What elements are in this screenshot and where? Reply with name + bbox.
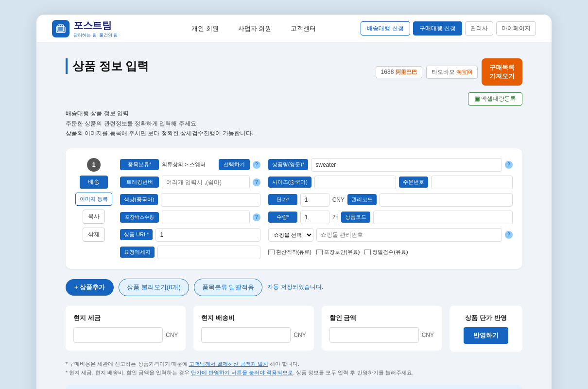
bottom-btn-row: + 상품추가 상품 불러오기(0개) 품목분류 일괄적용 자동 저장되었습니다. bbox=[66, 279, 522, 296]
discount-title: 할인 금액 bbox=[329, 314, 434, 322]
copy-button[interactable]: 복사 bbox=[83, 210, 105, 224]
add-product-button[interactable]: + 상품추가 bbox=[66, 279, 114, 296]
qty-row: 수량* 개 상품코드 bbox=[268, 211, 513, 224]
fee-note-1-link[interactable]: 고객님께서 결제하신 금액과 일치 bbox=[189, 361, 268, 367]
link-taobao[interactable]: 타오바오 淘宝网 bbox=[426, 66, 478, 79]
order-num-input[interactable] bbox=[431, 176, 513, 189]
tracking-label: 트래킹번버 bbox=[120, 177, 159, 188]
discount-input[interactable] bbox=[329, 327, 419, 343]
page-title-block: 상품 정보 입력 bbox=[66, 58, 149, 74]
logo-title: 포스트팀 bbox=[73, 19, 118, 32]
message-label: 요청메세지 bbox=[120, 247, 155, 258]
platform-links-row: 1688 阿里巴巴 타오바오 淘宝网 구매목록가져오기 bbox=[376, 58, 522, 86]
mypage-button[interactable]: 마이페이지 bbox=[496, 21, 536, 35]
reflect-card: 상품 단가 반영 반영하기 bbox=[450, 306, 522, 352]
side-links: 1688 阿里巴巴 타오바오 淘宝网 구매목록가져오기 ▣ 엑셀대량등록 bbox=[376, 58, 522, 106]
page-description: 배송대행 상품 정보 입력 주문한 상품의 관련정보를 정확하게 입력해 주세요… bbox=[66, 108, 522, 138]
check3-checkbox[interactable] bbox=[364, 249, 371, 255]
import-list-button[interactable]: 상품 불러오기(0개) bbox=[119, 279, 189, 296]
packaging-input[interactable] bbox=[162, 211, 250, 224]
delivery-button[interactable]: 배송 bbox=[80, 176, 108, 189]
product-name-input[interactable] bbox=[311, 158, 502, 172]
logo-area: 포스트팀 관리하는 팀, 물건의 팀 bbox=[52, 19, 118, 38]
header-buttons: 배송대행 신청 구매대행 신청 관리사 마이페이지 bbox=[361, 21, 536, 35]
shopping-row: 쇼핑몰 선택 ? bbox=[268, 228, 513, 242]
purchase-apply-button[interactable]: 구매대행 신청 bbox=[413, 21, 462, 35]
manage-button[interactable]: 관리사 bbox=[465, 21, 493, 35]
barcode-input[interactable] bbox=[373, 211, 513, 224]
item-number: 1 bbox=[87, 158, 101, 172]
size-label: 사이즈(중국어) bbox=[268, 177, 311, 188]
delete-button[interactable]: 삭제 bbox=[83, 228, 105, 242]
category-row: 품목분류* 의류상의 > 스웨터 선택하기 ? bbox=[120, 158, 260, 172]
local-shipping-input[interactable] bbox=[201, 327, 291, 343]
check2-label[interactable]: 포장보안(유료) bbox=[316, 248, 360, 256]
packaging-help-icon[interactable]: ? bbox=[253, 213, 260, 221]
logo-text-block: 포스트팀 관리하는 팀, 물건의 팀 bbox=[73, 19, 118, 38]
packaging-label: 포장박스수량 bbox=[120, 212, 159, 223]
auto-save-text: 자동 저장되었습니다. bbox=[267, 283, 323, 291]
local-shipping-unit: CNY bbox=[294, 332, 306, 338]
packaging-row: 포장박스수량 ? bbox=[120, 211, 260, 224]
coupon-input[interactable] bbox=[380, 193, 513, 207]
delivery-apply-button[interactable]: 배송대행 신청 bbox=[361, 21, 410, 35]
qty-input[interactable] bbox=[300, 211, 329, 224]
local-tax-input-row: CNY bbox=[73, 327, 178, 343]
reflect-button[interactable]: 반영하기 bbox=[464, 327, 508, 344]
discount-unit: CNY bbox=[422, 332, 434, 338]
size-row: 사이즈(중국어) 주문번호 bbox=[268, 176, 513, 189]
url-input[interactable] bbox=[156, 228, 260, 242]
shopping-manage-input[interactable] bbox=[316, 228, 502, 242]
tracking-help-icon[interactable]: ? bbox=[253, 178, 260, 186]
nav-support[interactable]: 고객센터 bbox=[291, 24, 316, 33]
header: 포스트팀 관리하는 팀, 물건의 팀 개인 회원 사업자 회원 고객센터 배송대… bbox=[36, 15, 552, 43]
local-tax-title: 현지 세금 bbox=[73, 314, 178, 322]
logo-icon bbox=[52, 20, 69, 37]
nav-individual[interactable]: 개인 회원 bbox=[191, 24, 219, 33]
product-name-help-icon[interactable]: ? bbox=[505, 161, 513, 169]
order-num-label: 주문번호 bbox=[399, 177, 428, 188]
customs-row: 목록통관으로 진행됩니다. 통관내 총 상품금액 : ¥1.00 부가서비스 및… bbox=[66, 385, 522, 389]
check1-checkbox[interactable] bbox=[268, 249, 275, 255]
page-title-row: 상품 정보 입력 1688 阿里巴巴 타오바오 淘宝网 구매목록가져오기 bbox=[66, 58, 522, 106]
product-name-label: 상품명(영문)* bbox=[268, 159, 309, 170]
unit-price-input[interactable] bbox=[300, 193, 329, 207]
local-shipping-input-row: CNY bbox=[201, 327, 306, 343]
local-tax-input[interactable] bbox=[73, 327, 163, 343]
check3-label[interactable]: 정밀검수(유료) bbox=[364, 248, 408, 256]
form-grid: 품목분류* 의류상의 > 스웨터 선택하기 ? 상품명(영문)* ? 트래킹번버… bbox=[120, 158, 513, 259]
tracking-row: 트래킹번버 ? bbox=[120, 176, 260, 189]
excel-row: ▣ 엑셀대량등록 bbox=[468, 90, 522, 106]
category-help-icon[interactable]: ? bbox=[253, 161, 260, 169]
tracking-input[interactable] bbox=[162, 176, 250, 189]
image-register-button[interactable]: 이미지 등록 bbox=[75, 193, 112, 206]
nav-business[interactable]: 사업자 회원 bbox=[238, 24, 272, 33]
excel-register-button[interactable]: ▣ 엑셀대량등록 bbox=[468, 92, 522, 106]
message-input[interactable] bbox=[157, 246, 260, 259]
check1-label[interactable]: 환산직착(유료) bbox=[268, 248, 311, 256]
check2-checkbox[interactable] bbox=[316, 249, 323, 255]
category-select-button[interactable]: 선택하기 bbox=[219, 159, 250, 170]
color-row: 색상(중국어) bbox=[120, 193, 260, 207]
shopping-select[interactable]: 쇼핑몰 선택 bbox=[268, 228, 313, 242]
fee-note-2-link[interactable]: 단가에 반영하기 버튼을 눌러야 적용되므로 bbox=[191, 370, 293, 375]
qty-unit: 개 bbox=[332, 213, 338, 221]
main-content: 상품 정보 입력 1688 阿里巴巴 타오바오 淘宝网 구매목록가져오기 bbox=[36, 43, 552, 389]
local-tax-unit: CNY bbox=[166, 332, 178, 338]
discount-input-row: CNY bbox=[329, 327, 434, 343]
color-input[interactable] bbox=[161, 193, 260, 207]
fee-section: 현지 세금 CNY 현지 배송비 CNY 할인 금액 CNY bbox=[66, 306, 522, 352]
main-nav: 개인 회원 사업자 회원 고객센터 bbox=[147, 24, 361, 33]
purchase-import-button[interactable]: 구매목록가져오기 bbox=[482, 58, 522, 86]
logo-sub: 관리하는 팀, 물건의 팀 bbox=[73, 32, 118, 38]
fee-notes: * 구매비용은 세관에 신고하는 상품가격이기 때문에 고객님께서 결제하신 금… bbox=[66, 359, 522, 377]
apply-category-button[interactable]: 품목분류 일괄적용 bbox=[194, 279, 263, 296]
size-input[interactable] bbox=[314, 176, 396, 189]
link-1688[interactable]: 1688 阿里巴巴 bbox=[376, 66, 422, 78]
product-name-row: 상품명(영문)* ? bbox=[268, 158, 513, 172]
checkboxes-row: 환산직착(유료) 포장보안(유료) 정밀검수(유료) bbox=[268, 246, 513, 259]
unit-price-label: 단가* bbox=[268, 194, 297, 205]
shopping-help-icon[interactable]: ? bbox=[505, 231, 513, 239]
coupon-label: 관리코드 bbox=[347, 194, 377, 205]
color-label: 색상(중국어) bbox=[120, 194, 158, 205]
